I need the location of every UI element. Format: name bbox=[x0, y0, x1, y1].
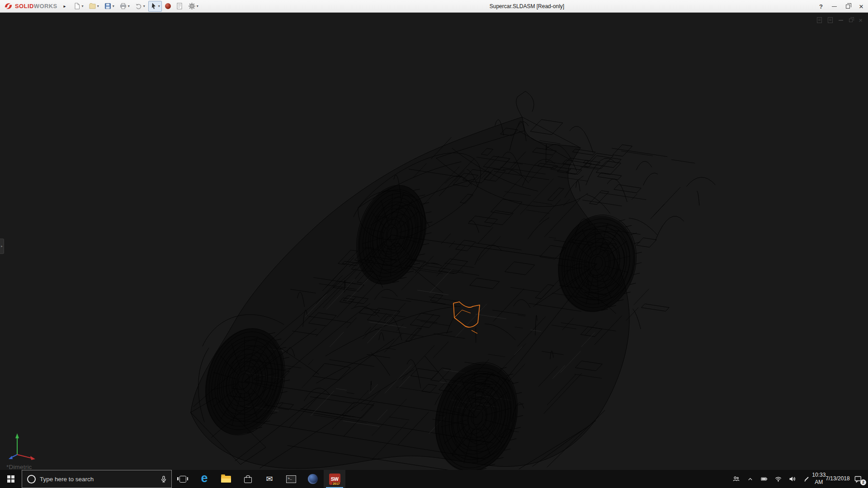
undo-icon bbox=[135, 2, 142, 10]
undo-button[interactable]: ▾ bbox=[133, 1, 147, 12]
print-button[interactable]: ▾ bbox=[118, 1, 132, 12]
edge-icon: e bbox=[201, 472, 208, 484]
people-button[interactable] bbox=[730, 470, 742, 488]
system-tray: 10:33 AM 7/13/2018 2 bbox=[730, 470, 868, 488]
help-button[interactable]: ? bbox=[819, 3, 823, 10]
taskbar-app-blue[interactable] bbox=[302, 470, 324, 488]
taskbar-clock[interactable]: 10:33 AM 7/13/2018 bbox=[814, 470, 848, 488]
taskbar-app-store[interactable] bbox=[237, 470, 259, 488]
show-hidden-icons-button[interactable] bbox=[744, 470, 756, 488]
options-caret[interactable]: ▾ bbox=[197, 4, 198, 8]
restore-button[interactable] bbox=[846, 5, 850, 9]
view-orientation-label: *Dimetric bbox=[6, 464, 32, 470]
car-wireframe-model[interactable] bbox=[0, 13, 868, 470]
chevron-up-icon bbox=[747, 476, 754, 483]
select-tool-caret[interactable]: ▾ bbox=[158, 4, 160, 8]
people-icon bbox=[732, 475, 740, 483]
clock-date: 7/13/2018 bbox=[826, 475, 849, 483]
new-document-icon bbox=[73, 2, 81, 10]
print-icon bbox=[119, 2, 127, 10]
taskbar-app-console[interactable]: >_ bbox=[280, 470, 302, 488]
open-button[interactable]: ▾ bbox=[87, 1, 101, 12]
windows-ink-button[interactable] bbox=[800, 470, 812, 488]
wifi-icon bbox=[774, 475, 782, 483]
save-caret[interactable]: ▾ bbox=[113, 4, 114, 8]
taskbar-app-file-explorer[interactable] bbox=[215, 470, 237, 488]
cortana-icon bbox=[27, 475, 36, 483]
titlebar: SOLIDWORKS ▸ ▾ ▾ ▾ bbox=[0, 0, 868, 13]
taskbar-app-mail[interactable]: ✉ bbox=[259, 470, 280, 488]
speaker-icon bbox=[788, 475, 796, 483]
logo-wordmark: SOLIDWORKS bbox=[15, 3, 57, 9]
solidworks-year-badge: 2017 bbox=[332, 482, 340, 485]
file-properties-button[interactable] bbox=[174, 1, 185, 12]
graphics-viewport[interactable]: × ▸ *Dimetric bbox=[0, 13, 868, 470]
open-caret[interactable]: ▾ bbox=[97, 4, 99, 8]
document-window-controls: × bbox=[817, 17, 863, 23]
doc-window-icon-1[interactable] bbox=[817, 17, 822, 23]
notification-count-badge: 2 bbox=[860, 479, 866, 485]
volume-button[interactable] bbox=[786, 470, 798, 488]
console-window-icon: >_ bbox=[286, 475, 296, 483]
ds-logo-icon bbox=[4, 1, 13, 11]
action-center-button[interactable]: 2 bbox=[849, 470, 867, 488]
doc-window-icon-2[interactable] bbox=[828, 17, 833, 23]
taskbar-search[interactable] bbox=[22, 470, 172, 488]
network-button[interactable] bbox=[772, 470, 784, 488]
doc-minimize-button[interactable] bbox=[839, 20, 843, 21]
file-explorer-icon bbox=[221, 476, 231, 483]
battery-button[interactable] bbox=[758, 470, 770, 488]
task-view-button[interactable] bbox=[172, 470, 193, 488]
new-document-button[interactable]: ▾ bbox=[71, 1, 85, 12]
round-blue-app-icon bbox=[308, 474, 318, 484]
open-folder-icon bbox=[89, 2, 96, 10]
search-input[interactable] bbox=[40, 476, 156, 483]
microphone-icon[interactable] bbox=[156, 475, 171, 483]
feature-manager-collapsed-tab[interactable]: ▸ bbox=[0, 239, 4, 254]
task-view-icon bbox=[179, 476, 186, 483]
battery-icon bbox=[760, 475, 768, 483]
select-tool-button[interactable]: ▾ bbox=[148, 1, 162, 12]
appearance-sphere-icon bbox=[165, 3, 171, 9]
minimize-button[interactable] bbox=[832, 6, 837, 7]
save-button[interactable]: ▾ bbox=[102, 1, 116, 12]
undo-caret[interactable]: ▾ bbox=[143, 4, 145, 8]
toolbar-expand-arrow[interactable]: ▸ bbox=[64, 4, 66, 9]
taskbar-app-solidworks[interactable]: SW 2017 bbox=[324, 470, 345, 488]
print-caret[interactable]: ▾ bbox=[128, 4, 130, 8]
pen-icon bbox=[803, 475, 810, 483]
doc-restore-button[interactable] bbox=[849, 19, 853, 22]
windows-logo-icon bbox=[7, 475, 14, 483]
doc-close-button[interactable]: × bbox=[859, 17, 863, 23]
quick-access-toolbar: ▾ ▾ ▾ ▾ bbox=[71, 1, 200, 12]
solidworks-app-icon: SW 2017 bbox=[329, 474, 340, 485]
solidworks-logo: SOLIDWORKS bbox=[0, 1, 57, 11]
new-document-caret[interactable]: ▾ bbox=[82, 4, 84, 8]
save-floppy-icon bbox=[104, 2, 112, 10]
select-cursor-icon bbox=[150, 2, 157, 10]
taskbar-app-edge[interactable]: e bbox=[193, 470, 215, 488]
close-button[interactable]: × bbox=[859, 3, 863, 10]
file-properties-icon bbox=[176, 2, 183, 10]
options-gear-icon bbox=[188, 2, 196, 10]
options-button[interactable]: ▾ bbox=[186, 1, 200, 12]
store-bag-icon bbox=[244, 477, 252, 483]
window-controls: ? × bbox=[819, 0, 863, 13]
appearances-button[interactable] bbox=[163, 1, 173, 12]
reference-triad bbox=[3, 429, 38, 465]
mail-envelope-icon: ✉ bbox=[266, 475, 273, 483]
windows-taskbar: e ✉ >_ SW 2017 bbox=[0, 470, 868, 488]
clock-time: 10:33 AM bbox=[812, 472, 826, 486]
window-title: Supercar.SLDASM [Read-only] bbox=[490, 3, 564, 9]
start-button[interactable] bbox=[0, 470, 22, 488]
